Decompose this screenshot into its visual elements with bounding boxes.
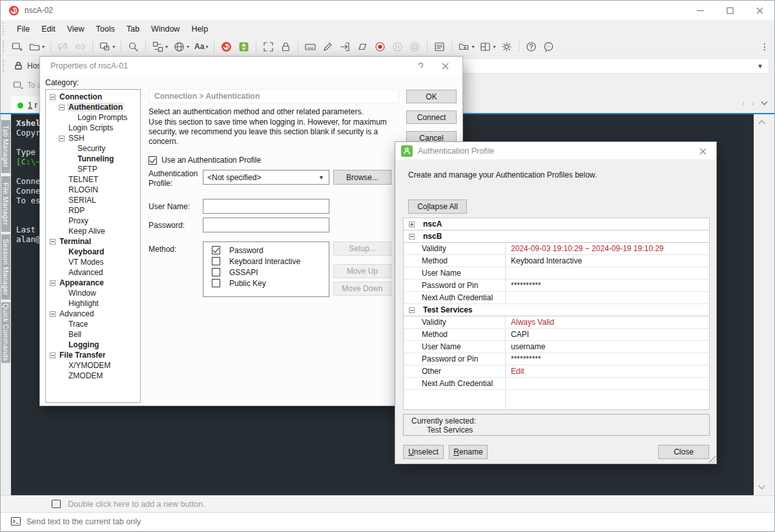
tree-item-tunneling[interactable]: Tunneling (46, 154, 140, 164)
username-input[interactable] (203, 199, 329, 214)
tree-item-connection[interactable]: Connection (46, 92, 140, 102)
tree-expand-icon[interactable] (59, 136, 65, 141)
collapse-all-button[interactable]: Collapse All (408, 200, 467, 214)
collapse-icon[interactable] (409, 234, 415, 240)
tree-item-authentication[interactable]: Authentication (46, 102, 140, 112)
profile-group-nsca[interactable]: nscA (404, 218, 709, 230)
toolbar-overflow-icon[interactable]: ⋮ (760, 40, 769, 53)
ok-button[interactable]: OK (406, 90, 457, 103)
fullscreen-icon[interactable] (260, 39, 276, 54)
tree-item-sftp[interactable]: SFTP (46, 164, 140, 174)
move-down-button[interactable]: Move Down (333, 281, 391, 296)
dropdown-caret-icon[interactable]: ▾ (165, 44, 168, 50)
method-item-gssapi[interactable]: GSSAPI (207, 267, 329, 278)
find-icon[interactable] (125, 39, 141, 54)
method-list[interactable]: PasswordKeyboard InteractiveGSSAPIPublic… (203, 241, 329, 297)
new-session-icon[interactable] (9, 39, 25, 54)
auth-profile-select[interactable]: <Not specified> ▼ (203, 170, 329, 185)
tree-expand-icon[interactable] (50, 94, 56, 100)
browse-button[interactable]: Browse... (333, 170, 391, 185)
encoding-globe-icon[interactable]: ▾ (171, 39, 191, 54)
connect-button[interactable]: Connect (406, 110, 457, 124)
session-log-icon[interactable] (431, 39, 448, 54)
new-tab-icon[interactable] (13, 80, 23, 92)
method-item-public-key[interactable]: Public Key (207, 278, 329, 289)
xftp-icon[interactable] (236, 39, 252, 54)
tree-item-appearance[interactable]: Appearance (46, 278, 140, 288)
tree-item-keep-alive[interactable]: Keep Alive (46, 226, 140, 236)
tree-item-x-ymodem[interactable]: X/YMODEM (46, 360, 140, 371)
profile-property-row[interactable]: Validity2024-09-03 19:10:29 ~ 2024-09-19… (404, 243, 709, 255)
dropdown-caret-icon[interactable]: ▾ (42, 44, 45, 50)
profile-property-row[interactable]: MethodCAPI (404, 329, 709, 341)
menu-tab[interactable]: Tab (121, 22, 145, 36)
checkbox-unchecked-icon[interactable] (212, 257, 220, 265)
scroll-up-icon[interactable] (758, 119, 766, 125)
tree-expand-icon[interactable] (59, 105, 65, 110)
profile-property-row[interactable]: MethodKeyboard Interactive (404, 255, 709, 267)
dropdown-caret-icon[interactable]: ▾ (187, 44, 189, 50)
tree-item-ssh[interactable]: SSH (46, 133, 140, 143)
tree-item-vt-modes[interactable]: VT Modes (46, 257, 140, 267)
tree-item-logging[interactable]: Logging (46, 340, 140, 350)
tab-scroll-right-icon[interactable]: › (752, 98, 754, 108)
tree-item-rdp[interactable]: RDP (46, 205, 140, 216)
transfer-icon[interactable]: ▾ (150, 39, 170, 54)
quick-button-bar[interactable]: Double click here to add a new button. (1, 495, 774, 512)
tree-expand-icon[interactable] (50, 280, 56, 286)
host-dropdown-icon[interactable]: ▼ (757, 63, 763, 70)
send-text-icon[interactable] (337, 39, 353, 54)
move-up-button[interactable]: Move Up (333, 264, 391, 278)
dropdown-caret-icon[interactable]: ▾ (112, 44, 115, 50)
auth-dialog-titlebar[interactable]: Authentication Profile (395, 142, 716, 160)
tree-item-keyboard[interactable]: Keyboard (46, 247, 140, 257)
menu-window[interactable]: Window (145, 22, 185, 36)
open-folder-icon[interactable]: ▾ (26, 39, 46, 54)
stop-icon[interactable] (407, 39, 423, 54)
disconnect-icon[interactable] (55, 39, 71, 54)
toolbar-drag-handle[interactable] (3, 59, 4, 72)
tabs-icon[interactable] (355, 39, 371, 54)
method-item-password[interactable]: Password (207, 245, 329, 256)
tree-item-bell[interactable]: Bell (46, 329, 140, 340)
checkbox-checked-icon[interactable] (149, 156, 157, 165)
split-layout-icon[interactable]: ▾ (477, 39, 497, 54)
profile-property-row[interactable]: Next Auth Credential (404, 378, 709, 390)
profile-property-row[interactable]: User Name (404, 267, 709, 280)
compose-pen-icon[interactable] (320, 39, 336, 54)
minimize-button[interactable] (685, 1, 715, 20)
tab-list-chevron-icon[interactable] (761, 101, 768, 106)
tree-item-highlight[interactable]: Highlight (46, 298, 140, 309)
use-auth-profile-checkbox[interactable]: Use an Authentication Profile (149, 156, 261, 165)
tab-scroll-left-icon[interactable]: ‹ (742, 98, 745, 108)
terminal-scrollbar[interactable] (754, 114, 770, 495)
tree-item-zmodem[interactable]: ZMODEM (46, 371, 140, 381)
close-button[interactable] (745, 1, 774, 20)
profile-group-nscb[interactable]: nscB (404, 230, 709, 243)
profile-property-row[interactable]: ValidityAlways Valid (404, 316, 709, 329)
reconnect-icon[interactable] (72, 39, 88, 54)
lock-screen-icon[interactable] (278, 39, 294, 54)
tree-item-proxy[interactable]: Proxy (46, 216, 140, 226)
tree-item-window[interactable]: Window (46, 288, 140, 298)
tree-expand-icon[interactable] (50, 239, 56, 245)
scroll-down-icon[interactable] (758, 484, 766, 490)
close-button[interactable]: Close (658, 445, 709, 459)
auth-dialog-close-icon[interactable] (694, 144, 711, 158)
feedback-icon[interactable] (541, 39, 557, 54)
password-input[interactable] (203, 218, 329, 232)
dropdown-caret-icon[interactable]: ▾ (471, 44, 474, 50)
tree-item-serial[interactable]: SERIAL (46, 195, 140, 205)
menu-view[interactable]: View (61, 22, 90, 36)
tree-expand-icon[interactable] (50, 353, 56, 358)
options-gear-icon[interactable] (499, 39, 515, 54)
rename-button[interactable]: Rename (449, 445, 488, 459)
help-icon[interactable] (523, 39, 539, 54)
tree-item-login-prompts[interactable]: Login Prompts (46, 112, 140, 123)
sidebar-tab-quick-commands[interactable]: Quick Commands (1, 302, 10, 363)
checkbox-checked-icon[interactable] (212, 246, 220, 254)
setup-button[interactable]: Setup... (333, 241, 391, 256)
toolbar-drag-handle[interactable] (3, 23, 4, 35)
menu-edit[interactable]: Edit (36, 22, 61, 36)
dropdown-caret-icon[interactable]: ▾ (493, 44, 495, 50)
